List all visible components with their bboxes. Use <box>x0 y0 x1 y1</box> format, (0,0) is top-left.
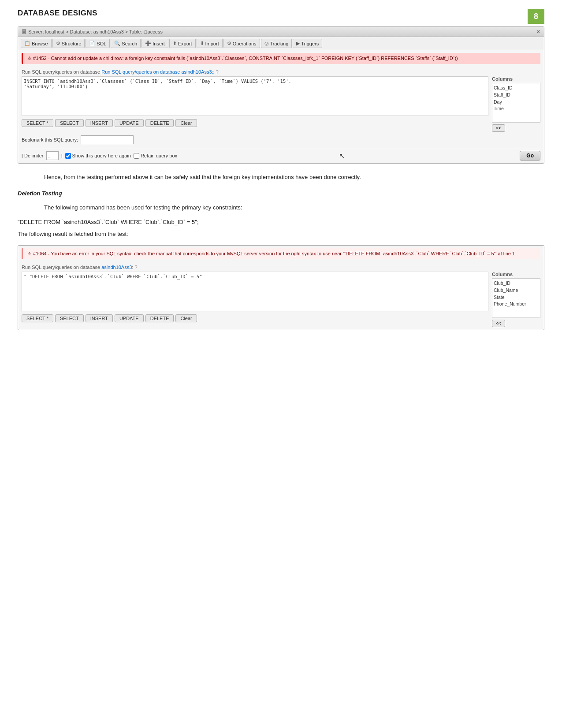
db-link-2[interactable]: asindh10Ass3 <box>101 265 132 270</box>
search-icon: 🔍 <box>114 41 120 46</box>
operations-icon: ⚙ <box>227 41 231 46</box>
column-item: Time <box>494 105 539 112</box>
bookmark-label-1: Bookmark this SQL query: <box>22 137 78 142</box>
db-link-1[interactable]: Run SQL query/queries on database asindh… <box>101 69 213 75</box>
tab-triggers-label: Triggers <box>301 41 319 46</box>
sql-textarea-2[interactable]: " "DELETE FROM `asindh10Ass3`.`Club` WHE… <box>22 272 488 311</box>
cursor-icon-1: ↖ <box>339 152 345 160</box>
tab-operations-label: Operations <box>233 41 257 46</box>
tracking-icon: ◎ <box>264 41 269 46</box>
btn-update-1[interactable]: UPDATE <box>115 119 144 127</box>
tab-structure-label: Structure <box>62 41 82 46</box>
btn-delete-1[interactable]: DELETE <box>145 119 174 127</box>
structure-icon: ⚙ <box>56 41 60 46</box>
tab-import-label: Import <box>205 41 219 46</box>
retain-query-checkbox-1[interactable]: Retain query box <box>134 153 177 159</box>
sql-buttons-2: SELECT * SELECT INSERT UPDATE DELETE Cle… <box>22 314 488 322</box>
import-icon: ⬇ <box>200 41 204 46</box>
btn-clear-1[interactable]: Clear <box>175 119 197 127</box>
btn-select-1[interactable]: SELECT <box>55 119 84 127</box>
tab-export-label: Export <box>178 41 192 46</box>
columns-panel-1: Columns Class_ID Staff_ID Day Time << <box>492 76 540 132</box>
tab-import[interactable]: ⬇ Import <box>197 39 223 48</box>
delimiter-input-1[interactable] <box>46 151 59 160</box>
tab-insert[interactable]: ➕ Insert <box>141 39 168 48</box>
error-bar-1: ⚠ #1452 - Cannot add or update a child r… <box>22 53 540 64</box>
columns-list-1[interactable]: Class_ID Staff_ID Day Time <box>492 83 540 123</box>
tab-search[interactable]: 🔍 Search <box>111 39 141 48</box>
page-number: 8 <box>528 9 544 24</box>
btn-select-2[interactable]: SELECT <box>55 314 84 322</box>
sql-icon: 📄 <box>89 41 95 46</box>
error-text-2: #1064 - You have an error in your SQL sy… <box>33 251 515 256</box>
insert-icon: ➕ <box>145 41 151 46</box>
error-text-1: #1452 - Cannot add or update a child row… <box>33 56 458 61</box>
go-button-1[interactable]: Go <box>520 151 540 161</box>
server-icon: 🗄 <box>22 29 26 34</box>
sql-editor-area-1: INSERT INTO `asindh10Ass3`.`Classses` (`… <box>22 76 488 132</box>
show-query-check-1[interactable] <box>65 153 71 159</box>
delimiter-close-bracket-1: ] <box>61 153 63 158</box>
btn-clear-2[interactable]: Clear <box>175 314 197 322</box>
columns-label-2: Columns <box>492 272 540 277</box>
breadcrumb-text: Server: localhost > Database: asindh10As… <box>28 29 163 34</box>
tab-tracking-label: Tracking <box>270 41 289 46</box>
column-item: Club_Name <box>494 287 539 294</box>
export-icon: ⬆ <box>173 41 177 46</box>
column-item: Club_ID <box>494 280 539 287</box>
pma-body-2: Run SQL query/queries on database asindh… <box>18 262 544 330</box>
tab-structure[interactable]: ⚙ Structure <box>52 39 85 48</box>
tab-sql[interactable]: 📄 SQL <box>86 39 110 48</box>
sql-main-area-1: INSERT INTO `asindh10Ass3`.`Classses` (`… <box>22 76 540 132</box>
deletion-testing-heading: Deletion Testing <box>18 190 544 197</box>
columns-arrow-button-1[interactable]: << <box>492 124 505 132</box>
columns-list-2[interactable]: Club_ID Club_Name State Phone_Number <box>492 278 540 318</box>
btn-select-star-1[interactable]: SELECT * <box>22 119 53 127</box>
sql-buttons-1: SELECT * SELECT INSERT UPDATE DELETE Cle… <box>22 119 488 127</box>
tab-browse[interactable]: 📋 Browse <box>21 39 52 48</box>
tab-browse-label: Browse <box>32 41 48 46</box>
pma-toolbar-1: 📋 Browse ⚙ Structure 📄 SQL 🔍 Search ➕ In… <box>18 37 544 50</box>
columns-arrow-button-2[interactable]: << <box>492 320 505 327</box>
show-query-checkbox-1[interactable]: Show this query here again <box>65 153 131 159</box>
sql-textarea-1[interactable]: INSERT INTO `asindh10Ass3`.`Classses` (`… <box>22 76 488 116</box>
error-icon-2: ⚠ <box>27 251 32 256</box>
paragraph-3: The following result is fetched from the… <box>18 231 544 237</box>
tab-triggers[interactable]: ▶ Triggers <box>293 39 322 48</box>
triggers-icon: ▶ <box>296 41 300 46</box>
delimiter-label-1: [ Delimiter <box>22 153 44 158</box>
btn-update-2[interactable]: UPDATE <box>115 314 144 322</box>
tab-operations[interactable]: ⚙ Operations <box>223 39 260 48</box>
btn-delete-2[interactable]: DELETE <box>145 314 174 322</box>
browse-icon: 📋 <box>24 41 30 46</box>
column-item: Phone_Number <box>494 301 539 308</box>
retain-query-check-1[interactable] <box>134 153 139 159</box>
error-icon-1: ⚠ <box>27 56 32 61</box>
page-title: DATABASE DESIGNS <box>18 9 544 18</box>
close-icon[interactable]: ✕ <box>536 29 540 35</box>
delimiter-row-1: [ Delimiter ] Show this query here again… <box>22 148 540 161</box>
pma-titlebar-1: 🗄 Server: localhost > Database: asindh10… <box>18 27 544 37</box>
sql-main-area-2: " "DELETE FROM `asindh10Ass3`.`Club` WHE… <box>22 272 540 327</box>
column-item: Day <box>494 99 539 106</box>
btn-insert-1[interactable]: INSERT <box>86 119 113 127</box>
tab-sql-label: SQL <box>97 41 106 46</box>
btn-insert-2[interactable]: INSERT <box>86 314 113 322</box>
tab-tracking[interactable]: ◎ Tracking <box>261 39 292 48</box>
bookmark-row-1: Bookmark this SQL query: <box>22 135 540 144</box>
tab-export[interactable]: ⬆ Export <box>169 39 196 48</box>
sql-label-1: Run SQL query/queries on database Run SQ… <box>22 69 540 75</box>
paragraph-2: The following command has been used for … <box>18 203 544 213</box>
tab-search-label: Search <box>122 41 137 46</box>
sql-editor-area-2: " "DELETE FROM `asindh10Ass3`.`Club` WHE… <box>22 272 488 327</box>
column-item: Class_ID <box>494 85 539 92</box>
breadcrumb-1: 🗄 Server: localhost > Database: asindh10… <box>22 29 163 34</box>
columns-panel-2: Columns Club_ID Club_Name State Phone_Nu… <box>492 272 540 327</box>
tab-insert-label: Insert <box>153 41 165 46</box>
btn-select-star-2[interactable]: SELECT * <box>22 314 53 322</box>
pma-window-1: 🗄 Server: localhost > Database: asindh10… <box>18 26 544 164</box>
bookmark-input-1[interactable] <box>81 135 134 144</box>
paragraph-1: Hence, from the testing performed above … <box>18 172 544 182</box>
error-bar-2: ⚠ #1064 - You have an error in your SQL … <box>22 248 540 259</box>
pma-body-1: Run SQL query/queries on database Run SQ… <box>18 67 544 163</box>
